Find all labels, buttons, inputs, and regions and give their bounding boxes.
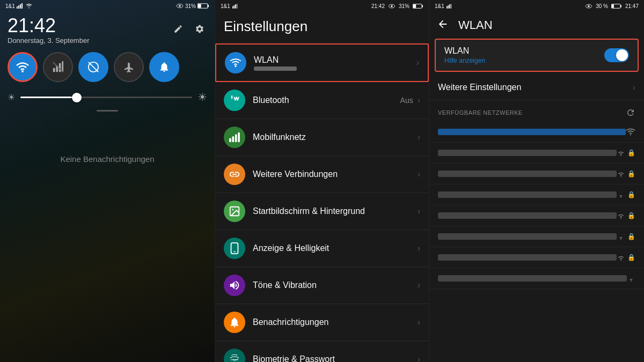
- settings-item-wlan[interactable]: WLAN ›: [215, 43, 429, 82]
- svg-point-33: [232, 209, 233, 210]
- wlan-right: ›: [416, 58, 419, 68]
- brightness-row: ☀ ☀: [0, 87, 215, 107]
- network-name-7: [438, 254, 617, 261]
- wlan-header: WLAN: [429, 12, 644, 39]
- airplane-toggle[interactable]: [114, 52, 144, 82]
- settings-item-mobile[interactable]: Mobilfunknetz ›: [215, 119, 429, 156]
- battery-percent: 31%: [185, 3, 196, 9]
- divider: [97, 110, 118, 112]
- wlan-switch[interactable]: [604, 48, 629, 62]
- mobile-text: Mobilfunknetz: [253, 132, 418, 142]
- settings-item-notifications[interactable]: Benachrichtigungen ›: [215, 304, 429, 341]
- svg-rect-28: [229, 138, 231, 142]
- svg-rect-47: [620, 5, 621, 7]
- refresh-icon[interactable]: [626, 108, 635, 117]
- wlan-help-link[interactable]: Hilfe anzeigen: [444, 57, 485, 64]
- dnd-toggle[interactable]: [78, 52, 108, 82]
- weitere-label: Weitere Einstellungen: [438, 83, 521, 92]
- bluetooth-icon: ˈʷ: [230, 94, 239, 107]
- svg-rect-43: [451, 4, 452, 9]
- wlan-page-title: WLAN: [458, 18, 493, 32]
- gear-icon-btn[interactable]: [192, 21, 207, 36]
- svg-rect-11: [53, 68, 55, 72]
- image-icon: [229, 205, 240, 217]
- mobile-label: Mobilfunknetz: [253, 132, 418, 142]
- wlan-toggle-row[interactable]: WLAN Hilfe anzeigen: [435, 39, 639, 72]
- verfugbar-label: VERFÜGBARE NETZWERKE: [438, 109, 523, 116]
- wlan-icon-bg: [225, 52, 246, 73]
- network-item-7[interactable]: 🔒: [429, 247, 644, 268]
- carrier-label: 1&1: [5, 3, 15, 9]
- status-bar-panel1: 1&1 31%: [0, 0, 215, 12]
- home-right: ›: [418, 206, 420, 216]
- network-icon-5: 🔒: [617, 212, 635, 219]
- svg-rect-14: [62, 61, 63, 72]
- bio-text: Biometrie & Passwort: [253, 354, 418, 362]
- brightness-fill: [20, 97, 72, 98]
- network-item-4[interactable]: 🔒: [429, 184, 644, 205]
- notif-right: ›: [418, 317, 420, 327]
- svg-rect-18: [232, 6, 233, 8]
- settings-item-biometrics[interactable]: Biometrie & Passwort ›: [215, 341, 429, 362]
- wlan-network-name-blurred: [254, 67, 297, 71]
- settings-list: WLAN › ˈʷ Bluetooth Aus ›: [215, 43, 429, 362]
- phone-icon: [230, 242, 239, 254]
- network-name-4: [438, 191, 617, 198]
- settings-item-display[interactable]: Anzeige & Helligkeit ›: [215, 230, 429, 267]
- mobile-icon-bg: [224, 127, 245, 148]
- eye-icon: [176, 3, 184, 9]
- network-item-5[interactable]: 🔒: [429, 205, 644, 226]
- mobile-data-toggle[interactable]: [43, 52, 73, 82]
- p2-time: 21:42: [371, 3, 385, 9]
- back-button[interactable]: [437, 19, 452, 32]
- svg-rect-26: [413, 4, 416, 8]
- edit-icon-btn[interactable]: [171, 21, 186, 36]
- home-icon-bg: [224, 201, 245, 222]
- home-text: Startbildschirm & Hintergrund: [253, 206, 418, 216]
- settings-item-sounds[interactable]: Töne & Vibration ›: [215, 267, 429, 304]
- brightness-track[interactable]: [20, 97, 192, 98]
- wifi-toggle[interactable]: [8, 52, 38, 82]
- gear-icon: [195, 24, 204, 34]
- svg-point-27: [235, 65, 237, 68]
- svg-point-45: [588, 5, 589, 6]
- status-bar-panel3: 1&1 30 % 21:47: [429, 0, 644, 12]
- network-item-3[interactable]: 🔒: [429, 164, 644, 184]
- settings-header: Einstellungen: [215, 12, 429, 43]
- panel-settings: 1&1 21:42 31% Einstellungen: [215, 0, 429, 362]
- sound-chevron: ›: [418, 280, 420, 290]
- svg-point-55: [620, 260, 621, 261]
- settings-item-homescreen[interactable]: Startbildschirm & Hintergrund ›: [215, 193, 429, 230]
- time-date-block: 21:42 Donnerstag, 3. September: [8, 16, 89, 45]
- airplane-icon: [123, 61, 135, 73]
- wifi-icon-3: [617, 170, 625, 178]
- wifi-icon-6: [617, 233, 625, 240]
- svg-point-4: [28, 8, 30, 9]
- lock-icon-7: 🔒: [627, 254, 635, 261]
- network-item-1[interactable]: [429, 122, 644, 143]
- network-item-6[interactable]: 🔒: [429, 226, 644, 247]
- conn-right: ›: [418, 169, 420, 179]
- bell-icon: [229, 316, 240, 328]
- p2-status-left: 1&1: [221, 2, 239, 10]
- svg-point-53: [620, 218, 621, 219]
- svg-rect-2: [20, 4, 21, 9]
- network-item-2[interactable]: 🔒: [429, 143, 644, 164]
- weitere-settings-row[interactable]: Weitere Einstellungen ›: [429, 75, 644, 100]
- bio-chevron: ›: [418, 354, 420, 362]
- svg-point-49: [630, 134, 631, 135]
- quick-toggles: [0, 47, 215, 87]
- lock-icon-3: 🔒: [627, 170, 635, 178]
- p2-carrier: 1&1: [221, 3, 230, 9]
- settings-item-connections[interactable]: Weitere Verbindungen ›: [215, 156, 429, 193]
- signal-icon: [17, 3, 24, 9]
- network-item-8[interactable]: [429, 268, 644, 289]
- silent-toggle[interactable]: [149, 52, 179, 82]
- conn-label: Weitere Verbindungen: [253, 169, 418, 179]
- network-name-3: [438, 171, 617, 177]
- settings-item-bluetooth[interactable]: ˈʷ Bluetooth Aus ›: [215, 82, 429, 119]
- svg-rect-9: [198, 4, 201, 8]
- fingerprint-icon: [229, 353, 240, 362]
- p2-status-right: 21:42 31%: [371, 2, 423, 10]
- svg-rect-29: [232, 136, 235, 142]
